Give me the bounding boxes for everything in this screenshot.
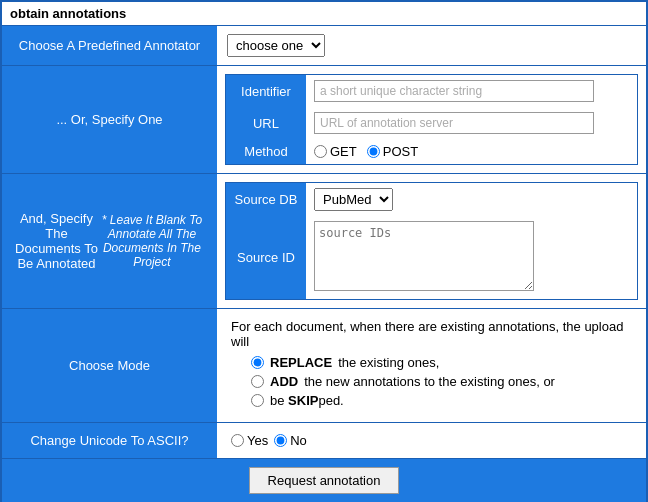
no-label: No bbox=[290, 433, 307, 448]
add-radio[interactable] bbox=[251, 375, 264, 388]
annotator-dropdown[interactable]: choose one bbox=[227, 34, 325, 57]
replace-option: REPLACE the existing ones, bbox=[251, 355, 632, 370]
yes-radio[interactable] bbox=[231, 434, 244, 447]
request-annotation-button[interactable]: Request annotation bbox=[249, 467, 400, 494]
get-label: GET bbox=[330, 144, 357, 159]
get-radio[interactable] bbox=[314, 145, 327, 158]
yes-option[interactable]: Yes bbox=[231, 433, 268, 448]
method-row: Method GET POST bbox=[226, 139, 637, 164]
mode-row: Choose Mode For each document, when ther… bbox=[2, 309, 646, 423]
specify-right: Identifier URL Method bbox=[217, 66, 646, 173]
replace-rest: the existing ones, bbox=[338, 355, 439, 370]
specify-row: ... Or, Specify One Identifier URL bbox=[2, 66, 646, 174]
skip-option: be SKIPped. bbox=[251, 393, 632, 408]
add-bold: ADD bbox=[270, 374, 298, 389]
unicode-row: Change Unicode To ASCII? Yes No bbox=[2, 423, 646, 459]
replace-radio[interactable] bbox=[251, 356, 264, 369]
source-id-textarea[interactable] bbox=[314, 221, 534, 291]
post-label: POST bbox=[383, 144, 418, 159]
add-rest: the new annotations to the existing ones… bbox=[304, 374, 555, 389]
source-db-cell: PubMed bbox=[306, 183, 637, 216]
method-cell: GET POST bbox=[306, 139, 637, 164]
annotator-row: Choose A Predefined Annotator choose one bbox=[2, 26, 646, 66]
mode-options-list: REPLACE the existing ones, ADD the new a… bbox=[251, 355, 632, 408]
unicode-label: Change Unicode To ASCII? bbox=[2, 423, 217, 458]
documents-sub-label: * Leave It Blank To Annotate All The Doc… bbox=[99, 213, 205, 269]
get-option[interactable]: GET bbox=[314, 144, 357, 159]
source-id-cell bbox=[306, 216, 637, 299]
annotator-label: Choose A Predefined Annotator bbox=[2, 26, 217, 65]
identifier-label: Identifier bbox=[226, 75, 306, 107]
unicode-right: Yes No bbox=[217, 423, 646, 458]
add-option: ADD the new annotations to the existing … bbox=[251, 374, 632, 389]
replace-bold: REPLACE bbox=[270, 355, 332, 370]
source-db-row: Source DB PubMed bbox=[226, 183, 637, 216]
skip-radio[interactable] bbox=[251, 394, 264, 407]
documents-row: And, Specify The Documents To Be Annotat… bbox=[2, 174, 646, 309]
url-label: URL bbox=[226, 107, 306, 139]
source-db-dropdown[interactable]: PubMed bbox=[314, 188, 393, 211]
specify-inner: Identifier URL Method bbox=[225, 74, 638, 165]
method-options: GET POST bbox=[314, 144, 629, 159]
identifier-cell bbox=[306, 75, 637, 107]
url-input[interactable] bbox=[314, 112, 594, 134]
mode-label: Choose Mode bbox=[2, 309, 217, 422]
mode-right: For each document, when there are existi… bbox=[217, 309, 646, 422]
source-id-row: Source ID bbox=[226, 216, 637, 299]
url-row: URL bbox=[226, 107, 637, 139]
identifier-row: Identifier bbox=[226, 75, 637, 107]
post-radio[interactable] bbox=[367, 145, 380, 158]
documents-right: Source DB PubMed Source ID bbox=[217, 174, 646, 308]
specify-table: Identifier URL Method bbox=[226, 75, 637, 164]
panel-title: obtain annotations bbox=[2, 2, 646, 26]
url-cell bbox=[306, 107, 637, 139]
documents-label: And, Specify The Documents To Be Annotat… bbox=[2, 174, 217, 308]
docs-table: Source DB PubMed Source ID bbox=[226, 183, 637, 299]
docs-inner: Source DB PubMed Source ID bbox=[225, 182, 638, 300]
skip-text: be SKIPped. bbox=[270, 393, 344, 408]
no-radio[interactable] bbox=[274, 434, 287, 447]
source-id-label: Source ID bbox=[226, 216, 306, 299]
button-row: Request annotation bbox=[2, 459, 646, 502]
yes-label: Yes bbox=[247, 433, 268, 448]
source-db-label: Source DB bbox=[226, 183, 306, 216]
identifier-input[interactable] bbox=[314, 80, 594, 102]
method-label: Method bbox=[226, 139, 306, 164]
no-option[interactable]: No bbox=[274, 433, 307, 448]
post-option[interactable]: POST bbox=[367, 144, 418, 159]
mode-description: For each document, when there are existi… bbox=[231, 319, 623, 349]
annotator-right: choose one bbox=[217, 26, 646, 65]
obtain-annotations-panel: obtain annotations Choose A Predefined A… bbox=[0, 0, 648, 502]
specify-label: ... Or, Specify One bbox=[2, 66, 217, 173]
documents-main-label: And, Specify The Documents To Be Annotat… bbox=[14, 211, 99, 271]
